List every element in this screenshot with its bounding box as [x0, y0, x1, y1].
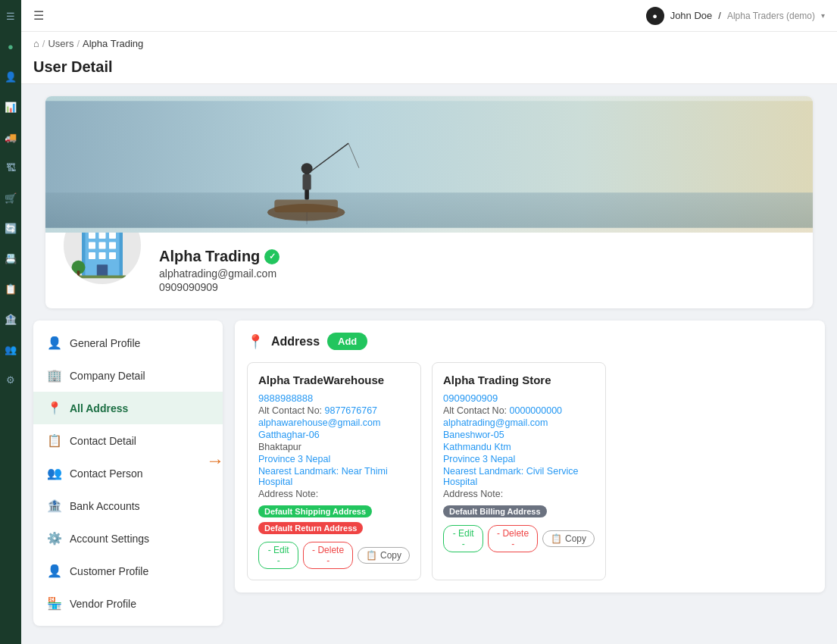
sidebar-icon-people[interactable]: 👥 — [2, 341, 19, 358]
card1-badges: Default Shipping Address Default Return … — [258, 505, 410, 534]
svg-rect-3 — [274, 200, 338, 213]
sidebar-icon-list[interactable]: 📋 — [2, 280, 19, 297]
nav-label-bank: Bank Accounts — [70, 500, 140, 512]
profile-banner — [45, 96, 813, 233]
badge-billing: Default Billing Address — [443, 505, 547, 517]
breadcrumb: ⌂ / Users / Alpha Trading — [21, 32, 837, 55]
topbar-right: ● John Doe / Alpha Traders (demo) ▾ — [646, 7, 825, 25]
svg-rect-13 — [99, 232, 106, 239]
card2-loc2: Kathmandu Ktm — [443, 442, 595, 452]
badge-shipping: Default Shipping Address — [258, 505, 372, 517]
nav-item-company[interactable]: 🏢 Company Detail — [33, 359, 223, 392]
nav-item-address[interactable]: 📍 All Address — [33, 392, 223, 424]
sidebar-icon-transfer[interactable]: 🔄 — [2, 220, 19, 236]
address-card-2: Alpha Trading Store 0909090909 Alt Conta… — [432, 362, 606, 580]
badge-return: Default Return Address — [258, 522, 363, 534]
copy-icon: 📋 — [366, 550, 377, 561]
svg-rect-15 — [89, 242, 95, 249]
card2-alt-contact: Alt Contact No: 0000000000 — [443, 405, 595, 416]
card2-edit-button[interactable]: - Edit - — [443, 525, 483, 552]
svg-rect-16 — [99, 242, 106, 249]
svg-point-5 — [301, 163, 313, 174]
nav-item-contact[interactable]: 📋 Contact Detail — [33, 424, 223, 457]
banner-illustration — [45, 96, 813, 233]
card2-copy-button[interactable]: 📋 Copy — [542, 530, 595, 547]
card1-email: alphawarehouse@gmail.com — [258, 417, 410, 428]
sidebar-icon-warehouse[interactable]: 🏗 — [2, 159, 19, 176]
svg-rect-14 — [109, 232, 116, 239]
svg-rect-20 — [109, 252, 116, 259]
svg-rect-12 — [89, 232, 95, 239]
card2-badges: Default Billing Address — [443, 505, 595, 517]
card1-loc2: Bhaktapur — [258, 442, 410, 452]
card2-note: Address Note: — [443, 489, 595, 499]
card2-delete-button[interactable]: - Delete - — [488, 525, 538, 552]
company-icon: 🏢 — [47, 368, 62, 383]
arrow-indicator: → — [206, 450, 224, 471]
topbar: ☰ ● John Doe / Alpha Traders (demo) ▾ — [21, 0, 837, 32]
svg-rect-21 — [97, 264, 108, 276]
sidebar-icon-cart[interactable]: 🛒 — [2, 189, 19, 206]
sidebar-icon-dashboard[interactable]: ● — [2, 38, 19, 55]
profile-info: Alpha Trading ✓ alphatrading@gmail.com 0… — [45, 233, 813, 308]
card2-title: Alpha Trading Store — [443, 374, 595, 386]
card1-alt-contact: Alt Contact No: 9877676767 — [258, 405, 410, 416]
card1-note: Address Note: — [258, 489, 410, 499]
right-content: 📍 Address Add → Alpha TradeWarehouse — [235, 320, 825, 626]
sidebar-icon-truck[interactable]: 🚚 — [2, 129, 19, 145]
nav-item-general[interactable]: 👤 General Profile — [33, 327, 223, 359]
address-cards: → Alpha TradeWarehouse 9888988888 Alt Co… — [247, 362, 813, 580]
main-wrapper: ☰ ● John Doe / Alpha Traders (demo) ▾ ⌂ … — [21, 0, 837, 644]
dropdown-icon[interactable]: ▾ — [821, 11, 825, 20]
nav-label-vendor: Vendor Profile — [70, 598, 136, 610]
nav-item-contact-person[interactable]: 👥 Contact Person — [33, 457, 223, 489]
customer-icon: 👤 — [47, 564, 62, 578]
card1-landmark: Nearest Landmark: Near Thimi Hospital — [258, 466, 410, 487]
sidebar-icon-contacts[interactable]: 📇 — [2, 250, 19, 267]
topbar-left: ☰ — [33, 8, 44, 23]
profile-phone: 0909090909 — [159, 281, 280, 293]
sidebar-icon-settings[interactable]: ⚙ — [2, 371, 19, 388]
sidebar: ☰ ● 👤 📊 🚚 🏗 🛒 🔄 📇 📋 🏦 👥 ⚙ — [0, 0, 21, 644]
card1-loc1: Gatthaghar-06 — [258, 430, 410, 440]
hamburger-icon[interactable]: ☰ — [33, 8, 44, 23]
avatar: ● — [646, 7, 664, 25]
sidebar-icon-reports[interactable]: 📊 — [2, 98, 19, 115]
nav-label-address: All Address — [70, 402, 128, 414]
location-icon: 📍 — [247, 333, 264, 350]
settings-icon: ⚙️ — [47, 531, 62, 546]
card2-loc3: Province 3 Nepal — [443, 454, 595, 464]
profile-card: Alpha Trading ✓ alphatrading@gmail.com 0… — [45, 96, 813, 308]
card2-actions: - Edit - - Delete - 📋 Copy — [443, 525, 595, 552]
verified-badge: ✓ — [264, 249, 280, 264]
card1-copy-button[interactable]: 📋 Copy — [358, 547, 410, 564]
nav-item-vendor[interactable]: 🏪 Vendor Profile — [33, 587, 223, 620]
sidebar-icon-users[interactable]: 👤 — [2, 68, 19, 85]
nav-item-account-settings[interactable]: ⚙️ Account Settings — [33, 522, 223, 555]
separator: / — [718, 10, 721, 21]
svg-rect-24 — [79, 276, 126, 279]
svg-rect-23 — [77, 270, 80, 276]
two-col-layout: 👤 General Profile 🏢 Company Detail 📍 All… — [21, 320, 837, 638]
home-icon[interactable]: ⌂ — [33, 38, 39, 49]
profile-text: Alpha Trading ✓ alphatrading@gmail.com 0… — [159, 242, 280, 293]
sidebar-icon-accounts[interactable]: 🏦 — [2, 311, 19, 327]
nav-item-customer[interactable]: 👤 Customer Profile — [33, 555, 223, 587]
nav-label-general: General Profile — [70, 337, 140, 349]
card1-delete-button[interactable]: - Delete - — [303, 542, 353, 569]
svg-rect-6 — [303, 174, 311, 189]
contact-icon: 📋 — [47, 433, 62, 448]
address-icon: 📍 — [47, 401, 62, 415]
sidebar-icon-menu[interactable]: ☰ — [2, 8, 19, 24]
company-name: Alpha Traders (demo) — [727, 11, 815, 21]
general-icon: 👤 — [47, 336, 62, 350]
profile-name: Alpha Trading ✓ — [159, 248, 280, 265]
add-address-button[interactable]: Add — [327, 333, 367, 350]
nav-item-bank[interactable]: 🏦 Bank Accounts — [33, 489, 223, 522]
address-section: 📍 Address Add → Alpha TradeWarehouse — [235, 320, 825, 592]
contact-person-icon: 👥 — [47, 466, 62, 480]
card1-edit-button[interactable]: - Edit - — [258, 542, 298, 569]
copy-icon-2: 📋 — [551, 533, 562, 544]
breadcrumb-users[interactable]: Users — [48, 38, 73, 49]
svg-rect-1 — [45, 192, 813, 228]
